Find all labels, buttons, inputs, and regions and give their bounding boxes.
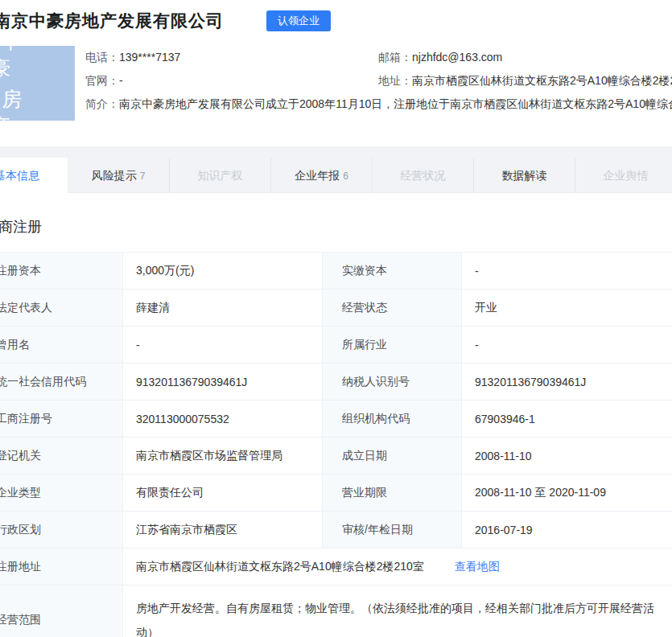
field-label: 法定代表人 xyxy=(0,290,123,327)
field-value: 江苏省南京市栖霞区 xyxy=(123,512,323,549)
tab-data-insights[interactable]: 数据解读 xyxy=(473,158,575,193)
registered-address-cell: 南京市栖霞区仙林街道文枢东路2号A10幢综合楼2楼210室查看地图 xyxy=(123,549,672,586)
table-row: 行政区划 江苏省南京市栖霞区 审核/年检日期 2016-07-19 xyxy=(0,512,672,549)
intro-value: 南京中豪房地产发展有限公司成立于2008年11月10日，注册地位于南京市栖霞区仙… xyxy=(119,97,672,110)
tab-annual-report[interactable]: 企业年报6 xyxy=(270,158,372,193)
field-value: 91320113679039461J xyxy=(462,364,672,401)
basic-info-panel: 工商注册 注册资本 3,000万(元) 实缴资本 - 法定代表人 薛建清 经营状… xyxy=(0,193,672,637)
business-scope-cell: 房地产开发经营。自有房屋租赁；物业管理。（依法须经批准的项目，经相关部门批准后方… xyxy=(123,586,672,637)
website-value: - xyxy=(119,74,123,87)
company-header: 南京中豪房地产发展有限公司 认领企业 中 豪 房 产 电话：139****713… xyxy=(0,0,672,146)
table-row: 法定代表人 薛建清 经营状态 开业 xyxy=(0,290,672,327)
page: 南京中豪房地产发展有限公司 认领企业 中 豪 房 产 电话：139****713… xyxy=(0,0,672,637)
field-value: 2016-07-19 xyxy=(462,512,672,549)
tab-risk-alerts[interactable]: 风险提示7 xyxy=(68,158,169,193)
field-value: - xyxy=(462,327,672,364)
intro-row: 简介：南京中豪房地产发展有限公司成立于2008年11月10日，注册地位于南京市栖… xyxy=(85,92,672,116)
field-label: 审核/年检日期 xyxy=(323,512,462,549)
field-value: 320113000075532 xyxy=(123,401,323,438)
field-value: 2008-11-10 xyxy=(462,438,672,475)
table-row: 企业类型 有限责任公司 营业期限 2008-11-10 至 2020-11-09 xyxy=(0,475,672,512)
phone-label: 电话： xyxy=(85,51,119,64)
field-label: 经营范围 xyxy=(0,586,123,637)
field-label: 注册资本 xyxy=(0,253,123,290)
table-row: 工商注册号 320113000075532 组织机构代码 67903946-1 xyxy=(0,401,672,438)
field-label: 工商注册号 xyxy=(0,401,123,438)
risk-count-badge: 7 xyxy=(140,171,146,182)
field-label: 实缴资本 xyxy=(323,253,462,290)
field-label: 成立日期 xyxy=(323,438,462,475)
tab-basic-info[interactable]: 基本信息 xyxy=(0,158,68,193)
business-scope-value: 房地产开发经营。自有房屋租赁；物业管理。（依法须经批准的项目，经相关部门批准后方… xyxy=(136,586,654,637)
tabs: 基本信息 风险提示7 知识产权 企业年报6 经营状况 数据解读 企业舆情 xyxy=(0,158,672,193)
intro-label: 简介： xyxy=(85,97,119,110)
email-row: 邮箱：njzhfdc@163.com xyxy=(378,46,672,69)
field-label: 纳税人识别号 xyxy=(323,364,462,401)
tab-operating-status[interactable]: 经营状况 xyxy=(372,158,473,193)
logo-text-line1: 中 豪 xyxy=(0,28,75,81)
field-label: 经营状态 xyxy=(323,290,462,327)
table-row: 登记机关 南京市栖霞区市场监督管理局 成立日期 2008-11-10 xyxy=(0,438,672,475)
field-label: 登记机关 xyxy=(0,438,123,475)
email-value: njzhfdc@163.com xyxy=(412,51,502,64)
annual-report-count-badge: 6 xyxy=(343,171,348,182)
tab-company-sentiment[interactable]: 企业舆情 xyxy=(575,158,672,193)
table-row-registered-address: 注册地址 南京市栖霞区仙林街道文枢东路2号A10幢综合楼2楼210室查看地图 xyxy=(0,549,672,586)
field-value: 南京市栖霞区市场监督管理局 xyxy=(123,438,323,475)
contact-info-right: 邮箱：njzhfdc@163.com 地址：南京市栖霞区仙林街道文枢东路2号A1… xyxy=(378,46,672,92)
logo-text-line2: 房 产 xyxy=(0,86,75,139)
company-logo: 中 豪 房 产 xyxy=(0,46,75,121)
field-label: 组织机构代码 xyxy=(323,401,462,438)
tab-bar: 基本信息 风险提示7 知识产权 企业年报6 经营状况 数据解读 企业舆情 xyxy=(0,146,672,193)
field-value: 67903946-1 xyxy=(462,401,672,438)
field-value: 薛建清 xyxy=(123,290,323,327)
field-label: 所属行业 xyxy=(323,327,462,364)
phone-value: 139****7137 xyxy=(119,51,180,64)
registration-table: 注册资本 3,000万(元) 实缴资本 - 法定代表人 薛建清 经营状态 开业 … xyxy=(0,252,672,637)
field-label: 行政区划 xyxy=(0,512,123,549)
field-label: 营业期限 xyxy=(323,475,462,512)
claim-company-button[interactable]: 认领企业 xyxy=(266,10,331,31)
address-label: 地址： xyxy=(378,74,412,87)
field-value: 3,000万(元) xyxy=(123,253,323,290)
table-row: 曾用名 - 所属行业 - xyxy=(0,327,672,364)
field-label: 曾用名 xyxy=(0,327,123,364)
table-row-business-scope: 经营范围 房地产开发经营。自有房屋租赁；物业管理。（依法须经批准的项目，经相关部… xyxy=(0,586,672,637)
field-value: - xyxy=(123,327,323,364)
address-value: 南京市栖霞区仙林街道文枢东路2号A10幢综合楼2楼210室 xyxy=(412,74,672,87)
table-row: 统一社会信用代码 91320113679039461J 纳税人识别号 91320… xyxy=(0,364,672,401)
address-row: 地址：南京市栖霞区仙林街道文枢东路2号A10幢综合楼2楼210室 xyxy=(378,69,672,92)
email-label: 邮箱： xyxy=(378,51,412,64)
field-value: 91320113679039461J xyxy=(123,364,323,401)
website-label: 官网： xyxy=(85,74,119,87)
field-value: 开业 xyxy=(462,290,672,327)
view-map-link[interactable]: 查看地图 xyxy=(455,560,500,573)
field-label: 注册地址 xyxy=(0,549,123,586)
tab-intellectual-property[interactable]: 知识产权 xyxy=(169,158,270,193)
table-row: 注册资本 3,000万(元) 实缴资本 - xyxy=(0,253,672,290)
field-value: - xyxy=(462,253,672,290)
field-value: 有限责任公司 xyxy=(123,475,323,512)
field-label: 统一社会信用代码 xyxy=(0,364,123,401)
registered-address-value: 南京市栖霞区仙林街道文枢东路2号A10幢综合楼2楼210室 xyxy=(136,560,424,573)
section-title-business-registration: 工商注册 xyxy=(0,217,42,236)
field-label: 企业类型 xyxy=(0,475,123,512)
field-value: 2008-11-10 至 2020-11-09 xyxy=(462,475,672,512)
